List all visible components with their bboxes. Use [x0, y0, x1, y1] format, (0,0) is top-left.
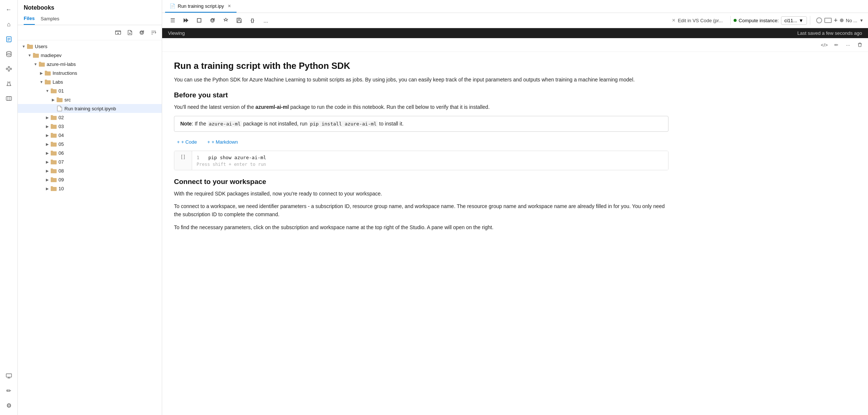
more-options-btn[interactable]: ... — [260, 14, 272, 26]
cell-run-indicator[interactable]: [ ] — [174, 151, 192, 170]
chevron-10: ▶ — [44, 185, 50, 191]
svg-rect-17 — [6, 374, 11, 377]
kernel-status-label[interactable]: No ... — [846, 18, 857, 23]
delete-cell-btn[interactable] — [855, 40, 865, 50]
add-markdown-label: + Markdown — [211, 139, 238, 145]
tree-label-07: 07 — [58, 159, 64, 165]
tree-item-08[interactable]: ▶ 08 — [18, 166, 162, 175]
compute-dropdown[interactable]: ci11... ▼ — [781, 16, 807, 25]
kernel-dropdown-icon[interactable]: ▼ — [859, 18, 864, 23]
tab-samples[interactable]: Samples — [41, 14, 60, 25]
collapse-btn[interactable] — [148, 27, 159, 38]
models-icon[interactable] — [2, 92, 16, 105]
chevron-users: ▼ — [21, 43, 27, 49]
more-cell-btn[interactable]: ··· — [843, 40, 853, 50]
tree-item-src[interactable]: ▶ src — [18, 95, 162, 104]
tree-label-run-training-script: Run training script.ipynb — [64, 106, 116, 111]
tree-label-azure-ml-labs: azure-ml-labs — [47, 61, 76, 67]
menu-icon-btn[interactable]: ☰ — [167, 14, 178, 26]
pipeline-icon[interactable] — [2, 62, 16, 76]
viewing-bar: Viewing Last saved a few seconds ago — [162, 28, 868, 38]
chevron-03: ▶ — [44, 123, 50, 129]
folder-icon-09 — [50, 176, 57, 183]
kernel-circle-icon — [816, 17, 822, 23]
code-view-btn[interactable]: </> — [819, 40, 830, 50]
svg-rect-5 — [6, 68, 7, 70]
tree-item-06[interactable]: ▶ 06 — [18, 148, 162, 157]
prompt-icon[interactable]: ✏ — [2, 384, 16, 397]
tab-files[interactable]: Files — [24, 14, 35, 25]
code-hint: Press shift + enter to run — [197, 162, 664, 167]
clear-outputs-btn[interactable] — [220, 14, 232, 26]
notebook-tab-active[interactable]: 📄 Run training script.ipy ✕ — [165, 0, 237, 13]
new-folder-btn[interactable] — [113, 27, 123, 38]
restart-btn[interactable] — [207, 14, 218, 26]
panel-tabs: Files Samples — [18, 11, 162, 25]
edit-vscode-btn[interactable]: ✕ Edit in VS Code (pr... — [667, 16, 727, 25]
tree-item-02[interactable]: ▶ 02 — [18, 113, 162, 122]
folder-icon-07 — [50, 158, 57, 165]
settings-icon[interactable]: ⚙ — [2, 399, 16, 412]
tree-item-04[interactable]: ▶ 04 — [18, 131, 162, 140]
folder-icon-08 — [50, 167, 57, 174]
edit-cell-btn[interactable]: ✏ — [831, 40, 841, 50]
run-all-btn[interactable] — [180, 14, 192, 26]
divider-1 — [730, 16, 731, 25]
file-tree: ▼ Users ▼ madiepev ▼ azure-ml-labs ▶ — [18, 40, 162, 415]
chevron-04: ▶ — [44, 132, 50, 138]
dropdown-chevron-icon: ▼ — [799, 18, 804, 23]
connect-workspace-heading: Connect to your workspace — [174, 178, 668, 186]
svg-point-4 — [6, 51, 11, 53]
folder-icon-labs — [44, 78, 51, 85]
package-name-bold: azureml-ai-ml — [255, 104, 289, 110]
save-status-label: Last saved a few seconds ago — [797, 30, 862, 36]
folder-icon-03 — [50, 123, 57, 130]
edit-vscode-label: Edit in VS Code (pr... — [678, 18, 723, 23]
code-cell-body[interactable]: 1 pip show azure-ai-ml Press shift + ent… — [192, 151, 668, 170]
folder-icon-02 — [50, 114, 57, 121]
svg-rect-8 — [8, 70, 10, 71]
refresh-btn[interactable] — [137, 27, 147, 38]
tab-file-icon: 📄 — [170, 3, 175, 9]
cell-toolbar-top: </> ✏ ··· — [162, 38, 868, 52]
tree-item-instructions[interactable]: ▶ Instructions — [18, 68, 162, 77]
tree-item-10[interactable]: ▶ 10 — [18, 184, 162, 193]
tree-label-08: 08 — [58, 168, 64, 174]
tree-item-users[interactable]: ▼ Users — [18, 42, 162, 51]
tree-item-09[interactable]: ▶ 09 — [18, 175, 162, 184]
home-icon[interactable]: ⌂ — [2, 18, 16, 31]
compute-nav-icon[interactable] — [2, 369, 16, 382]
tree-label-02: 02 — [58, 115, 64, 120]
add-code-btn[interactable]: + + Code — [174, 138, 200, 146]
notebooks-icon[interactable] — [2, 33, 16, 46]
tree-item-madiepev[interactable]: ▼ madiepev — [18, 51, 162, 60]
code-cell-1[interactable]: [ ] 1 pip show azure-ai-ml Press shift +… — [174, 151, 668, 170]
add-markdown-btn[interactable]: + + Markdown — [204, 138, 241, 146]
tree-item-azure-ml-labs[interactable]: ▼ azure-ml-labs — [18, 60, 162, 68]
tree-item-01[interactable]: ▼ 01 — [18, 86, 162, 95]
tree-item-03[interactable]: ▶ 03 — [18, 122, 162, 131]
data-icon[interactable] — [2, 47, 16, 61]
compute-label: Compute instance: — [739, 18, 779, 23]
save-btn[interactable] — [233, 14, 245, 26]
connect-para-1: With the required SDK packages installed… — [174, 190, 668, 198]
kernel-rect-icon — [824, 18, 832, 23]
svg-rect-7 — [8, 67, 10, 68]
connect-para-3: To find the necessary parameters, click … — [174, 223, 668, 231]
chevron-06: ▶ — [44, 150, 50, 156]
back-icon[interactable]: ← — [2, 3, 16, 16]
notebook-tab-close[interactable]: ✕ — [226, 3, 232, 9]
tree-item-07[interactable]: ▶ 07 — [18, 157, 162, 166]
chevron-instructions: ▶ — [38, 70, 44, 76]
note-install-code: pip install azure-ai-ml — [309, 121, 378, 127]
chevron-08: ▶ — [44, 168, 50, 174]
notebook-inner-content: Run a training script with the Python SD… — [162, 52, 680, 245]
code-toggle-btn[interactable]: {} — [247, 14, 258, 26]
tree-item-05[interactable]: ▶ 05 — [18, 140, 162, 148]
tree-item-labs[interactable]: ▼ Labs — [18, 77, 162, 86]
experiments-icon[interactable] — [2, 77, 16, 90]
new-file-btn[interactable] — [125, 27, 135, 38]
interrupt-btn[interactable] — [193, 14, 205, 26]
add-kernel-btn[interactable]: + — [834, 17, 838, 24]
tree-item-run-training-script[interactable]: ▶ Run training script.ipynb — [18, 104, 162, 113]
